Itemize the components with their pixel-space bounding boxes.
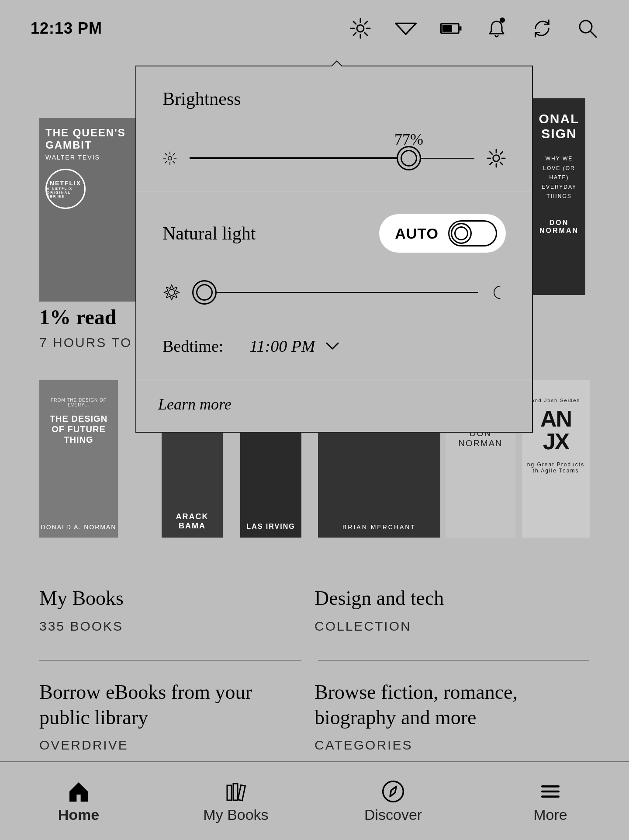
- book-cover-current[interactable]: THE QUEEN'S GAMBIT WALTER TEVIS NETFLIXA…: [39, 118, 135, 302]
- brightness-section: Brightness 77%: [136, 66, 532, 192]
- categories-sub: CATEGORIES: [314, 738, 572, 753]
- brightness-icon[interactable]: [349, 17, 371, 39]
- svg-point-33: [169, 289, 175, 295]
- nav-more[interactable]: More: [472, 762, 629, 840]
- divider: [39, 660, 301, 661]
- divider: [318, 660, 589, 661]
- sun-outline-icon: [162, 283, 181, 302]
- natural-light-section: Natural light AUTO Bedtime: 11:00 PM: [136, 192, 532, 380]
- svg-point-0: [357, 25, 364, 32]
- notifications-icon[interactable]: [486, 17, 508, 39]
- cover-sub: ng Great Products th Agile Teams: [526, 462, 585, 474]
- svg-line-22: [173, 153, 175, 155]
- my-books-title: My Books: [39, 586, 297, 611]
- collection-link[interactable]: Design and tech COLLECTION: [314, 586, 590, 634]
- slider-thumb[interactable]: [192, 280, 217, 305]
- bedtime-dropdown[interactable]: 11:00 PM: [249, 337, 339, 356]
- svg-point-12: [580, 21, 592, 33]
- clock: 12:13 PM: [31, 19, 102, 38]
- svg-line-29: [500, 162, 503, 165]
- svg-marker-32: [164, 285, 180, 300]
- bottom-nav: Home My Books Discover More: [0, 761, 629, 840]
- svg-point-37: [383, 781, 404, 802]
- brightness-title: Brightness: [162, 88, 506, 109]
- svg-line-30: [490, 162, 492, 165]
- moon-icon: [490, 285, 506, 300]
- learn-more-label: Learn more: [158, 396, 232, 413]
- collection-title: Design and tech: [314, 586, 572, 611]
- cover-title: THE DESIGN OF FUTURE THING: [44, 413, 114, 445]
- svg-point-14: [168, 156, 172, 160]
- my-books-link[interactable]: My Books 335 BOOKS: [39, 586, 314, 634]
- shelf-cover-1[interactable]: FROM THE DESIGN OF EVERY… THE DESIGN OF …: [39, 380, 118, 538]
- sun-small-icon: [162, 151, 177, 166]
- categories-link[interactable]: Browse fiction, romance, biography and m…: [314, 680, 590, 753]
- auto-label: AUTO: [395, 225, 439, 242]
- svg-line-28: [490, 152, 492, 154]
- cover-subtitle: WHY WE LOVE (OR HATE) EVERYDAY THINGS: [537, 154, 581, 201]
- svg-rect-11: [442, 25, 452, 32]
- svg-line-21: [165, 161, 167, 163]
- nav-discover[interactable]: Discover: [314, 762, 472, 840]
- cover-title: LAS IRVING: [240, 523, 301, 531]
- svg-point-23: [493, 155, 500, 162]
- nav-my-books-label: My Books: [203, 806, 268, 823]
- cover-author: DONALD A. NORMAN: [39, 524, 118, 531]
- browse-row: Borrow eBooks from your public library O…: [39, 680, 590, 753]
- wifi-icon[interactable]: [395, 17, 417, 39]
- overdrive-title: Borrow eBooks from your public library: [39, 680, 297, 730]
- cover-top: and Josh Seiden: [526, 398, 585, 403]
- svg-rect-35: [233, 784, 238, 800]
- natural-light-slider[interactable]: [193, 292, 478, 293]
- book-cover-right[interactable]: ONAL SIGN WHY WE LOVE (OR HATE) EVERYDAY…: [533, 98, 585, 295]
- brightness-popover: Brightness 77% Natural light AUTO: [135, 66, 533, 433]
- cover-author: WALTER TEVIS: [45, 154, 129, 161]
- svg-line-13: [591, 31, 596, 37]
- cover-author: BRIAN MERCHANT: [318, 524, 440, 531]
- brightness-slider[interactable]: 77%: [190, 157, 474, 159]
- search-icon[interactable]: [577, 17, 598, 39]
- svg-line-19: [165, 153, 167, 155]
- svg-line-31: [500, 152, 503, 154]
- slider-thumb[interactable]: [397, 146, 421, 170]
- categories-title: Browse fiction, romance, biography and m…: [314, 680, 572, 730]
- natural-light-title: Natural light: [162, 223, 256, 244]
- nav-home[interactable]: Home: [0, 762, 157, 840]
- overdrive-sub: OVERDRIVE: [39, 738, 297, 753]
- battery-icon[interactable]: [440, 17, 462, 39]
- svg-line-7: [353, 33, 356, 35]
- bedtime-label: Bedtime:: [162, 337, 223, 356]
- auto-toggle-pill[interactable]: AUTO: [379, 214, 506, 253]
- nav-home-label: Home: [58, 806, 99, 823]
- toggle-knob: [451, 223, 472, 244]
- svg-line-20: [173, 161, 175, 163]
- nav-discover-label: Discover: [364, 806, 422, 823]
- sun-large-icon: [487, 149, 506, 168]
- nav-my-books[interactable]: My Books: [157, 762, 314, 840]
- svg-line-6: [365, 33, 367, 35]
- svg-marker-38: [390, 786, 396, 796]
- svg-rect-34: [227, 785, 232, 800]
- status-bar: 12:13 PM: [0, 0, 629, 57]
- cover-title: AN JX: [526, 407, 585, 453]
- overdrive-link[interactable]: Borrow eBooks from your public library O…: [39, 680, 314, 753]
- cover-title: ARACK BAMA: [162, 512, 223, 531]
- svg-rect-36: [238, 785, 245, 800]
- svg-rect-10: [460, 26, 462, 30]
- nav-more-label: More: [533, 806, 567, 823]
- chevron-down-icon: [326, 342, 339, 350]
- svg-line-8: [365, 21, 367, 24]
- bedtime-value: 11:00 PM: [249, 337, 315, 356]
- svg-line-5: [353, 21, 356, 24]
- cover-author: DON NORMAN: [537, 219, 581, 235]
- auto-toggle[interactable]: [448, 220, 497, 246]
- sync-icon[interactable]: [531, 17, 553, 39]
- cover-title: ONAL SIGN: [537, 111, 581, 141]
- learn-more-link[interactable]: Learn more: [136, 380, 532, 432]
- notification-dot-icon: [500, 17, 505, 23]
- collection-sub: COLLECTION: [314, 619, 572, 634]
- cover-title: THE QUEEN'S GAMBIT: [45, 127, 129, 151]
- shelf-labels-row: My Books 335 BOOKS Design and tech COLLE…: [39, 586, 590, 634]
- my-books-count: 335 BOOKS: [39, 619, 297, 634]
